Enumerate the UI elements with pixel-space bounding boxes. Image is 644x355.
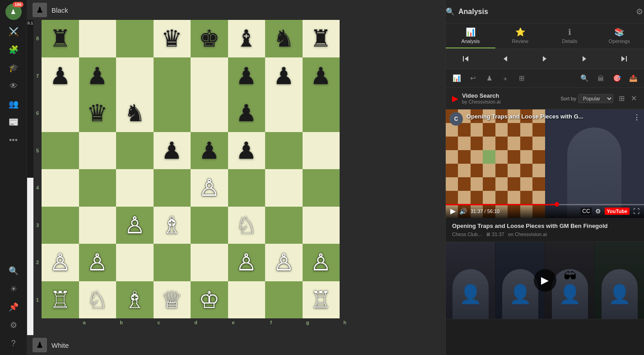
square-d1[interactable]: ♕ xyxy=(154,281,191,319)
chess-board[interactable]: ♜ ♛ ♚ ♝ ♞ ♜ ♟ ♟ ♟ ♟ ♟ xyxy=(42,20,340,318)
expand-button[interactable]: ⊞ xyxy=(618,93,625,104)
sidebar-item-play[interactable]: ⚔️ xyxy=(5,24,22,40)
square-b1[interactable]: ♘ xyxy=(79,281,117,319)
close-video-panel-button[interactable]: ✕ xyxy=(630,93,638,104)
square-e4[interactable]: ♙ xyxy=(191,169,228,207)
square-f6[interactable]: ♟ xyxy=(228,95,266,132)
square-e1[interactable]: ♔ xyxy=(191,281,228,319)
square-c3[interactable]: ♙ xyxy=(116,207,154,244)
tool-share-button[interactable]: 📤 xyxy=(627,72,639,85)
tool-add-button[interactable]: + xyxy=(499,72,512,85)
square-f2[interactable]: ♙ xyxy=(228,244,266,281)
square-c1[interactable]: ♗ xyxy=(116,281,154,319)
square-c7[interactable] xyxy=(116,57,154,95)
tool-zoom-button[interactable]: 🔍 xyxy=(578,72,591,85)
nav-play-button[interactable] xyxy=(525,49,565,69)
square-b8[interactable] xyxy=(79,20,117,57)
tool-grid-button[interactable]: ⊞ xyxy=(515,72,528,85)
square-b4[interactable] xyxy=(79,169,117,207)
square-b7[interactable]: ♟ xyxy=(79,57,117,95)
nav-next-button[interactable] xyxy=(565,49,604,69)
square-c4[interactable] xyxy=(116,169,154,207)
sidebar-item-watch[interactable]: 👁 xyxy=(5,78,22,94)
square-g2[interactable]: ♙ xyxy=(265,244,303,281)
tab-review[interactable]: ⭐ Review xyxy=(495,24,545,48)
tool-flip-button[interactable]: ↩ xyxy=(467,72,479,85)
user-avatar[interactable]: ♟ 186 xyxy=(5,4,22,20)
square-f4[interactable] xyxy=(228,169,266,207)
nav-prev-button[interactable] xyxy=(485,49,525,69)
tool-chart-button[interactable]: 📊 xyxy=(450,72,463,85)
sidebar-item-brightness[interactable]: ☀ xyxy=(5,281,22,297)
play-overlay[interactable]: ▶ xyxy=(446,242,644,319)
square-a2[interactable]: ♙ xyxy=(42,244,79,281)
square-h8[interactable]: ♜ xyxy=(303,20,340,57)
sidebar-item-more[interactable]: ••• xyxy=(5,132,22,148)
square-a6[interactable] xyxy=(42,95,79,132)
square-g1[interactable] xyxy=(265,281,303,319)
square-a3[interactable] xyxy=(42,207,79,244)
nav-last-button[interactable] xyxy=(604,49,644,69)
square-g7[interactable]: ♟ xyxy=(265,57,303,95)
square-c5[interactable] xyxy=(116,132,154,170)
square-g6[interactable] xyxy=(265,95,303,132)
square-e3[interactable] xyxy=(191,207,228,244)
square-f7[interactable]: ♟ xyxy=(228,57,266,95)
video-embed-1[interactable]: Opening Traps and Loose Pieces with G...… xyxy=(446,109,644,218)
square-a8[interactable]: ♜ xyxy=(42,20,79,57)
square-h3[interactable] xyxy=(303,207,340,244)
square-c2[interactable] xyxy=(116,244,154,281)
square-e8[interactable]: ♚ xyxy=(191,20,228,57)
sort-dropdown[interactable]: Popular Recent Relevant xyxy=(578,94,613,103)
video-play-button[interactable]: ▶ xyxy=(450,207,456,215)
square-a5[interactable] xyxy=(42,132,79,170)
panel-settings-button[interactable]: ⚙ xyxy=(635,6,644,18)
square-a1[interactable]: ♖ xyxy=(42,281,79,319)
square-b3[interactable] xyxy=(79,207,117,244)
square-e7[interactable] xyxy=(191,57,228,95)
nav-first-button[interactable] xyxy=(446,49,485,69)
cc-button[interactable]: CC xyxy=(581,208,591,215)
video-three-dot-menu[interactable]: ⋮ xyxy=(633,113,640,122)
square-a7[interactable]: ♟ xyxy=(42,57,79,95)
video-faces-container[interactable]: 👤 👤 👤 🕶 👤 xyxy=(446,242,644,319)
square-d6[interactable] xyxy=(154,95,191,132)
play-circle-button[interactable]: ▶ xyxy=(534,269,556,292)
square-d7[interactable] xyxy=(154,57,191,95)
tab-openings[interactable]: 📚 Openings xyxy=(594,24,644,48)
video-card-2[interactable]: 👤 👤 👤 🕶 👤 xyxy=(446,242,644,319)
square-f8[interactable]: ♝ xyxy=(228,20,266,57)
video-panel[interactable]: ▶ Video Search by Chessvision.ai Sort by… xyxy=(446,88,644,355)
sidebar-item-settings[interactable]: ⚙ xyxy=(5,317,22,333)
square-h6[interactable] xyxy=(303,95,340,132)
square-g5[interactable] xyxy=(265,132,303,170)
square-g4[interactable] xyxy=(265,169,303,207)
square-g8[interactable]: ♞ xyxy=(265,20,303,57)
square-d2[interactable] xyxy=(154,244,191,281)
square-d4[interactable] xyxy=(154,169,191,207)
square-h5[interactable] xyxy=(303,132,340,170)
video-card-1[interactable]: Opening Traps and Loose Pieces with G...… xyxy=(446,109,644,242)
volume-icon[interactable]: 🔊 xyxy=(459,208,467,215)
sidebar-item-community[interactable]: 👥 xyxy=(5,96,22,112)
tool-target-button[interactable]: 🎯 xyxy=(611,72,623,85)
sidebar-item-news[interactable]: 📰 xyxy=(5,114,22,130)
square-c6[interactable]: ♞ xyxy=(116,95,154,132)
sidebar-item-help[interactable]: ? xyxy=(5,335,22,351)
square-b2[interactable]: ♙ xyxy=(79,244,117,281)
square-e6[interactable] xyxy=(191,95,228,132)
square-d5[interactable]: ♟ xyxy=(154,132,191,170)
sidebar-item-puzzles[interactable]: 🧩 xyxy=(5,42,22,58)
square-a4[interactable] xyxy=(42,169,79,207)
tab-details[interactable]: ℹ Details xyxy=(545,24,595,48)
square-g3[interactable] xyxy=(265,207,303,244)
sidebar-item-search[interactable]: 🔍 xyxy=(5,263,22,279)
square-b6[interactable]: ♛ xyxy=(79,95,117,132)
sort-control[interactable]: Sort by Popular Recent Relevant xyxy=(560,94,613,103)
video-settings-button[interactable]: ⚙ xyxy=(595,208,601,215)
square-h4[interactable] xyxy=(303,169,340,207)
tab-analysis[interactable]: 📊 Analysis xyxy=(446,24,495,48)
fullscreen-button[interactable]: ⛶ xyxy=(633,208,639,215)
square-b5[interactable] xyxy=(79,132,117,170)
square-h2[interactable]: ♙ xyxy=(303,244,340,281)
